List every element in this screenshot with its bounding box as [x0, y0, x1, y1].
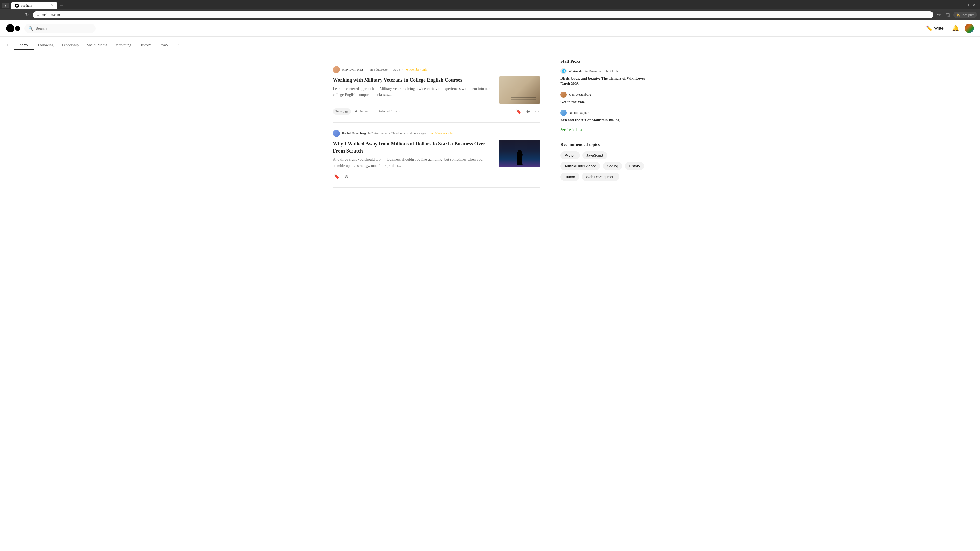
thumb-image-1 — [499, 76, 540, 103]
forward-button[interactable]: → — [13, 12, 21, 18]
medium-logo[interactable] — [6, 24, 20, 32]
bookmark-button[interactable]: ☆ — [936, 11, 942, 19]
url-text: medium.com — [41, 13, 930, 17]
new-tab-button[interactable]: + — [58, 2, 65, 10]
member-badge-1: ★ Member-only — [405, 68, 428, 72]
topic-pill-webdev[interactable]: Web Development — [582, 173, 619, 181]
member-badge-2: ★ Member-only — [431, 131, 453, 135]
sp-pub-1: in Down the Rabbit Hole — [585, 69, 619, 73]
write-button[interactable]: ✏️ Write — [923, 23, 947, 33]
topic-social-media[interactable]: Social Media — [83, 41, 111, 50]
close-button[interactable]: ✕ — [973, 3, 976, 7]
close-tab-button[interactable]: ✕ — [51, 3, 54, 8]
read-time-1: 6 min read — [355, 110, 369, 114]
logo-small-circle — [15, 26, 20, 31]
article-card: Amy Lynn Hess ✓ in EduCreate · Dec 8 · ★… — [333, 59, 540, 123]
footer-actions-1: 🔖 ⊖ ··· — [514, 108, 540, 115]
maximize-button[interactable]: □ — [966, 3, 969, 7]
address-bar[interactable]: ⊙ medium.com — [33, 11, 933, 18]
reload-button[interactable]: ↻ — [24, 11, 30, 18]
author-avatar-2 — [333, 130, 340, 137]
incognito-icon: 🕵 — [956, 13, 960, 17]
user-avatar[interactable] — [965, 24, 974, 33]
svg-point-1 — [17, 5, 18, 6]
feed-column: Amy Lynn Hess ✓ in EduCreate · Dec 8 · ★… — [333, 59, 540, 188]
article-title-1[interactable]: Working with Military Veterans in Colleg… — [333, 76, 493, 83]
sidebar-column: Staff Picks 🌐 Wikimedia in Down the Rabb… — [560, 59, 647, 188]
tab-bar: ▼ Medium ✕ + ─ □ ✕ — [0, 0, 980, 10]
staff-pick-3[interactable]: Quentin Septer Zen and the Art of Mounta… — [560, 110, 647, 123]
nav-actions: ☆ ▨ 🕵 Incognito — [936, 11, 977, 19]
writing-decoration — [511, 97, 536, 98]
topic-marketing[interactable]: Marketing — [111, 41, 135, 50]
author-name-1[interactable]: Amy Lynn Hess — [342, 68, 364, 72]
star-icon-1: ★ — [405, 68, 408, 72]
see-full-list-link[interactable]: See the full list — [560, 128, 647, 132]
article-title-2[interactable]: Why I Walked Away from Millions of Dolla… — [333, 140, 493, 154]
incognito-label: Incognito — [962, 13, 974, 17]
author-name-2[interactable]: Rachel Greenberg — [342, 131, 366, 135]
footer-sep-1: · — [373, 109, 374, 114]
article-text-1: Working with Military Veterans in Colleg… — [333, 76, 493, 98]
topic-pill-javascript[interactable]: JavaScript — [582, 151, 607, 159]
tab-group-button[interactable]: ▼ — [2, 3, 9, 8]
incognito-badge[interactable]: 🕵 Incognito — [953, 12, 977, 18]
logo-circles — [6, 24, 20, 32]
minimize-button[interactable]: ─ — [959, 3, 962, 7]
lock-icon: ⊙ — [37, 13, 39, 17]
article-meta: Amy Lynn Hess ✓ in EduCreate · Dec 8 · ★… — [333, 66, 540, 73]
publication-2[interactable]: in Entrepreneur's Handbook — [368, 131, 405, 135]
staff-pick-1[interactable]: 🌐 Wikimedia in Down the Rabbit Hole Bird… — [560, 68, 647, 86]
silhouette-decoration — [516, 150, 523, 165]
topic-leadership[interactable]: Leadership — [58, 41, 83, 50]
article-thumbnail-1[interactable] — [499, 76, 540, 103]
save-button-1[interactable]: 🔖 — [514, 108, 522, 115]
article-thumbnail-2[interactable] — [499, 140, 540, 167]
staff-picks-title: Staff Picks — [560, 59, 647, 64]
notifications-button[interactable]: 🔔 — [951, 24, 961, 33]
more-button-2[interactable]: ··· — [352, 173, 358, 180]
topic-javascript[interactable]: JavaS… — [155, 41, 176, 50]
sp-title-1: Birds, bugs, and beauty: The winners of … — [560, 76, 647, 86]
svg-point-0 — [16, 5, 18, 6]
topic-pill-coding[interactable]: Coding — [603, 162, 622, 170]
sp-title-2: Get in the Van. — [560, 99, 647, 105]
hide-button-2[interactable]: ⊖ — [344, 173, 349, 180]
sp-meta-3: Quentin Septer — [560, 110, 647, 116]
separator-2b: · — [428, 131, 428, 135]
back-button[interactable]: ← — [3, 12, 11, 18]
topic-pill-ai[interactable]: Artificial Intelligence — [560, 162, 600, 170]
logo-big-circle — [6, 24, 14, 32]
article-excerpt-2: And three signs you should too. — Busine… — [333, 156, 493, 168]
topic-pill-python[interactable]: Python — [560, 151, 580, 159]
topic-history[interactable]: History — [135, 41, 155, 50]
save-button-2[interactable]: 🔖 — [333, 173, 340, 180]
more-button-1[interactable]: ··· — [534, 108, 540, 115]
topic-following[interactable]: Following — [34, 41, 58, 50]
member-label-1: Member-only — [409, 68, 428, 72]
bell-icon: 🔔 — [952, 25, 959, 32]
topic-for-you[interactable]: For you — [14, 41, 34, 50]
topic-pill-humor[interactable]: Humor — [560, 173, 579, 181]
medium-header: 🔍 ✏️ Write 🔔 — [0, 20, 980, 37]
sidebar-toggle-button[interactable]: ▨ — [945, 11, 951, 19]
sp-avatar-3 — [560, 110, 566, 116]
recommended-topics-section: Recommended topics Python JavaScript Art… — [560, 142, 647, 181]
medium-tab[interactable]: Medium ✕ — [11, 2, 57, 9]
topics-scroll-right[interactable]: › — [176, 41, 181, 50]
sp-author-1: Wikimedia — [569, 69, 583, 73]
write-icon: ✏️ — [926, 25, 932, 32]
publication-1[interactable]: in EduCreate — [370, 68, 388, 72]
selected-badge-1: Selected for you — [379, 110, 400, 114]
hide-button-1[interactable]: ⊖ — [525, 108, 531, 115]
staff-pick-2[interactable]: Joan Westenberg Get in the Van. — [560, 92, 647, 105]
recommended-topics-title: Recommended topics — [560, 142, 647, 147]
search-bar[interactable]: 🔍 — [24, 24, 96, 33]
separator-1: · — [390, 68, 390, 72]
topic-pill-history[interactable]: History — [625, 162, 644, 170]
add-topic-button[interactable]: + — [6, 40, 14, 51]
search-input[interactable] — [35, 26, 92, 30]
tab-favicon — [15, 3, 19, 8]
staff-picks-section: Staff Picks 🌐 Wikimedia in Down the Rabb… — [560, 59, 647, 132]
article-tag-1[interactable]: Pedagogy — [333, 108, 351, 114]
